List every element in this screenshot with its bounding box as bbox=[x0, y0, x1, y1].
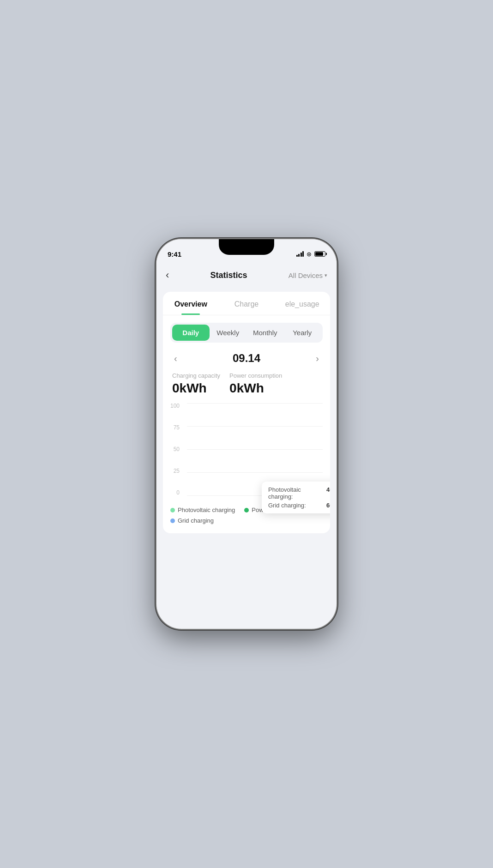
chart-tooltip: Photovoltaic charging: 40% Grid charging… bbox=[262, 482, 330, 513]
power-consumption-block: Power consumption 0kWh bbox=[229, 372, 282, 396]
chart-bars: Photovoltaic charging: 40% Grid charging… bbox=[187, 403, 323, 495]
tab-overview[interactable]: Overview bbox=[163, 292, 219, 315]
date-display: 09.14 bbox=[233, 352, 260, 365]
chart-grid: 100 75 50 25 0 bbox=[187, 403, 323, 495]
stats-row: Charging capacity 0kWh Power consumption… bbox=[163, 372, 330, 403]
date-next-button[interactable]: › bbox=[316, 353, 319, 364]
battery-fill bbox=[315, 252, 323, 256]
tab-ele-usage[interactable]: ele_usage bbox=[274, 292, 330, 315]
power-consumption-value: 0kWh bbox=[229, 381, 282, 396]
charging-capacity-label: Charging capacity bbox=[172, 372, 220, 379]
tooltip-pv-val: 40% bbox=[326, 486, 330, 500]
chevron-down-icon: ▾ bbox=[325, 272, 327, 278]
battery-icon bbox=[314, 251, 325, 257]
legend-dot-grid bbox=[170, 518, 175, 523]
y-label-25: 25 bbox=[170, 468, 180, 474]
charging-capacity-block: Charging capacity 0kWh bbox=[172, 372, 220, 396]
status-icons: ⊛ bbox=[296, 251, 326, 258]
tooltip-grid-key: Grid charging: bbox=[268, 502, 306, 509]
tooltip-grid-val: 60% bbox=[326, 502, 330, 509]
notch bbox=[219, 239, 274, 255]
signal-icon bbox=[296, 251, 304, 257]
tooltip-row-grid: Grid charging: 60% bbox=[268, 502, 330, 509]
power-consumption-label: Power consumption bbox=[229, 372, 282, 379]
y-label-0: 0 bbox=[170, 490, 180, 495]
charging-capacity-value: 0kWh bbox=[172, 381, 220, 396]
tabs-row: Overview Charge ele_usage bbox=[163, 292, 330, 315]
tooltip-pv-key: Photovoltaic charging: bbox=[268, 486, 326, 500]
y-label-50: 50 bbox=[170, 446, 180, 452]
status-time: 9:41 bbox=[168, 250, 181, 258]
header: ‹ Statistics All Devices ▾ bbox=[156, 262, 337, 288]
legend-item-pv: Photovoltaic charging bbox=[170, 506, 235, 513]
legend-item-grid: Grid charging bbox=[170, 517, 214, 524]
period-selector: Daily Weekly Monthly Yearly bbox=[170, 323, 323, 343]
period-yearly[interactable]: Yearly bbox=[284, 325, 321, 341]
main-card: Overview Charge ele_usage Daily Weekly M… bbox=[163, 292, 330, 533]
legend-label-grid: Grid charging bbox=[178, 517, 214, 524]
page-title: Statistics bbox=[210, 271, 247, 280]
legend-dot-power bbox=[244, 508, 249, 512]
y-axis: 100 75 50 25 0 bbox=[170, 403, 180, 495]
back-button[interactable]: ‹ bbox=[166, 269, 169, 281]
chart-area: 100 75 50 25 0 bbox=[163, 403, 330, 503]
devices-dropdown[interactable]: All Devices ▾ bbox=[289, 271, 327, 279]
tooltip-row-pv: Photovoltaic charging: 40% bbox=[268, 486, 330, 500]
wifi-icon: ⊛ bbox=[307, 251, 312, 258]
legend-dot-pv bbox=[170, 508, 175, 512]
phone-frame: 9:41 ⊛ ‹ Statistics All Devices ▾ O bbox=[156, 239, 337, 629]
devices-label: All Devices bbox=[289, 271, 323, 279]
period-weekly[interactable]: Weekly bbox=[210, 325, 247, 341]
period-daily[interactable]: Daily bbox=[172, 325, 210, 341]
y-label-100: 100 bbox=[170, 403, 180, 409]
y-label-75: 75 bbox=[170, 425, 180, 430]
date-prev-button[interactable]: ‹ bbox=[174, 353, 177, 364]
period-monthly[interactable]: Monthly bbox=[246, 325, 284, 341]
date-nav: ‹ 09.14 › bbox=[163, 348, 330, 372]
legend-label-pv: Photovoltaic charging bbox=[178, 506, 235, 513]
tab-charge[interactable]: Charge bbox=[219, 292, 275, 315]
